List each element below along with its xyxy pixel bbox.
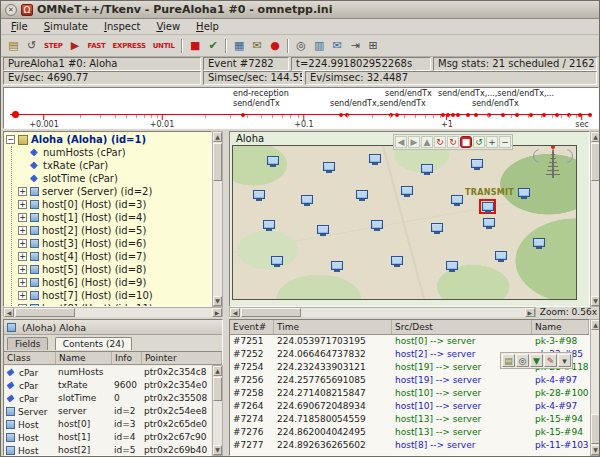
forward-icon[interactable]: ▶ [408, 136, 420, 148]
scroll-track[interactable] [213, 402, 222, 445]
scroll-left-arrow[interactable]: ◀ [4, 308, 14, 317]
tab-contents[interactable]: Contents (24) [55, 337, 133, 350]
tree-row[interactable]: + host[2] (Host) (id=5) [6, 224, 211, 237]
expand-toggle[interactable]: + [18, 252, 27, 261]
scroll-down-arrow[interactable]: ▼ [591, 296, 600, 306]
tree-row[interactable]: + host[1] (Host) (id=4) [6, 211, 211, 224]
tree-row[interactable]: txRate (cPar) [6, 159, 211, 172]
tab-fields[interactable]: Fields [7, 337, 48, 350]
back-icon[interactable]: ◀ [395, 136, 407, 148]
host[1][interactable]: Host host[1] id=4 ptr0x2c67c90 [4, 431, 211, 444]
host-icon[interactable] [446, 261, 458, 270]
txRate[interactable]: cPar txRate 9600 ptr0x2c354e0 [4, 379, 211, 392]
log-row[interactable]: #7276 224.862004042495 host[13] --> serv… [230, 426, 589, 439]
host-icon[interactable] [263, 220, 275, 229]
log-vertical-scrollbar[interactable]: ▲ ▼ [590, 319, 600, 456]
inspector-titlebar[interactable]: (Aloha) Aloha [4, 320, 222, 335]
expand-toggle[interactable]: + [18, 200, 27, 209]
scroll-left-arrow[interactable]: ◀ [230, 308, 240, 317]
zoom-out-icon[interactable]: − [499, 136, 511, 148]
menu-item[interactable]: View [148, 20, 188, 33]
tree-row[interactable]: + host[4] (Host) (id=7) [6, 250, 211, 263]
column-header-name[interactable]: Name [56, 352, 112, 364]
timeline[interactable]: end-receptionsend/endTxsend/endTx,...,se… [3, 87, 599, 129]
host-icon[interactable] [482, 202, 494, 211]
go-up-icon[interactable]: ▲ [421, 136, 433, 148]
log-row[interactable]: #7251 224.053971703195 host[0] --> serve… [230, 335, 589, 348]
canvas-vertical-scrollbar[interactable]: ▲ ▼ [590, 131, 600, 307]
scroll-thumb[interactable] [591, 414, 600, 444]
log-row[interactable]: #7274 224.718580054559 host[13] --> serv… [230, 413, 589, 426]
tree-row[interactable]: + server (Server) (id=2) [6, 185, 211, 198]
scroll-up-arrow[interactable]: ▲ [591, 132, 600, 142]
scheduled-events-icon[interactable]: ✉ [249, 37, 266, 54]
setup-network-icon[interactable]: ▤ [5, 37, 22, 54]
scroll-track[interactable] [591, 330, 600, 413]
stop-sign-icon[interactable]: ■ [460, 136, 472, 148]
host-icon[interactable] [431, 223, 443, 232]
restart-run-icon[interactable]: ↺ [23, 37, 40, 54]
scroll-thumb[interactable] [213, 143, 222, 181]
object-tree-panel[interactable]: − Aloha (Aloha) (id=1) numHosts (cPar) t… [3, 131, 212, 307]
expand-toggle[interactable]: + [18, 213, 27, 222]
slotTime[interactable]: cPar slotTime 0 ptr0x2c35508 [4, 392, 211, 405]
scroll-right-arrow[interactable]: ▶ [525, 308, 535, 317]
timeline-toggle-icon[interactable]: ⇥ [347, 37, 364, 54]
host-icon[interactable] [356, 190, 368, 199]
configure-icon[interactable]: ✎ [544, 354, 557, 367]
column-header-msgname[interactable]: Name [532, 320, 589, 334]
network-canvas[interactable]: Aloha TRANSMIT ◀▶▲↻↻■↺+− [229, 131, 590, 307]
scroll-track[interactable] [302, 308, 525, 317]
collapse-toggle[interactable]: − [6, 135, 15, 144]
expand-toggle[interactable]: + [18, 187, 27, 196]
expand-toggle[interactable]: + [18, 226, 27, 235]
host-icon[interactable] [317, 225, 329, 234]
log-row[interactable]: #7264 224.690672048934 host[10] --> serv… [230, 400, 589, 413]
fast-run-button[interactable]: FAST [85, 37, 109, 54]
scroll-track[interactable] [591, 182, 600, 296]
redraw-icon[interactable]: ↺ [473, 136, 485, 148]
column-header-srcdest[interactable]: Src/Dest [392, 320, 532, 334]
stop-button[interactable]: ■ [187, 37, 204, 54]
tree-row[interactable]: + host[3] (Host) (id=6) [6, 237, 211, 250]
scroll-thumb[interactable] [15, 308, 75, 317]
host-icon[interactable] [471, 159, 483, 168]
close-button[interactable]: ✕ [5, 4, 17, 16]
host-icon[interactable] [401, 186, 413, 195]
tree-row[interactable]: slotTime (cPar) [6, 172, 211, 185]
message-window-icon[interactable]: ✉ [329, 37, 346, 54]
menu-item[interactable]: Simulate [36, 20, 96, 33]
fast-module-icon[interactable]: ↻ [447, 136, 459, 148]
log-row[interactable]: #7258 224.271408215847 host[10] --> serv… [230, 387, 589, 400]
host-icon[interactable] [371, 220, 383, 229]
tree-row[interactable]: + host[6] (Host) (id=9) [6, 276, 211, 289]
menu-item[interactable]: File [3, 20, 36, 33]
scroll-thumb[interactable] [213, 377, 222, 401]
host-icon[interactable] [421, 164, 433, 173]
scroll-down-arrow[interactable]: ▼ [213, 296, 222, 306]
host-icon[interactable] [451, 195, 463, 204]
column-header-pointer[interactable]: Pointer [142, 352, 222, 364]
more-icon[interactable]: ▾ [558, 354, 571, 367]
expand-toggle[interactable]: + [18, 291, 27, 300]
expand-toggle[interactable]: + [18, 239, 27, 248]
conclude-button[interactable]: ✔ [205, 37, 222, 54]
run-button[interactable]: ▶ [67, 37, 84, 54]
menu-item[interactable]: Help [188, 20, 227, 33]
run-module-icon[interactable]: ↻ [434, 136, 446, 148]
scroll-down-arrow[interactable]: ▼ [591, 445, 600, 455]
inspector-scrollbar[interactable]: ▲ ▼ [212, 365, 223, 456]
host[2][interactable]: Host host[2] id=5 ptr0x2c69b40 [4, 444, 211, 455]
host-icon[interactable] [369, 154, 381, 163]
tree-row[interactable]: + host[7] (Host) (id=10) [6, 289, 211, 302]
statistics-icon[interactable]: ▥ [311, 37, 328, 54]
menu-item[interactable]: Inspect [96, 20, 148, 33]
scroll-down-arrow[interactable]: ▼ [213, 445, 222, 455]
tree-vertical-scrollbar[interactable]: ▲ ▼ [212, 131, 223, 307]
zoom-in-icon[interactable]: + [486, 136, 498, 148]
expand-toggle[interactable]: + [18, 265, 27, 274]
tree-row-root[interactable]: − Aloha (Aloha) (id=1) [6, 133, 211, 146]
record-eventlog-icon[interactable]: ● [267, 37, 284, 54]
scroll-up-arrow[interactable]: ▲ [213, 366, 222, 376]
filter-icon[interactable]: ▼ [530, 354, 543, 367]
